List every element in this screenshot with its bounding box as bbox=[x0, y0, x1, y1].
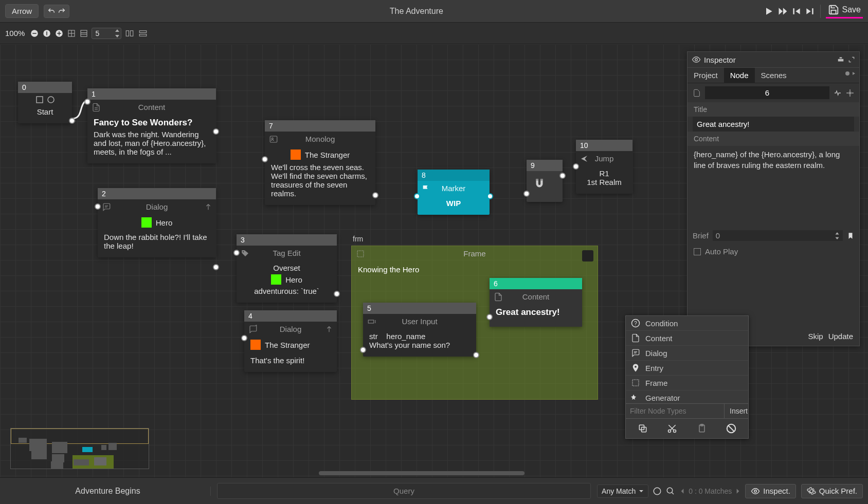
gear-icon bbox=[807, 487, 816, 496]
insert-node-menu[interactable]: ?Condition Content Dialog Entry Frame Ge… bbox=[625, 315, 749, 439]
menu-item-content[interactable]: Content bbox=[626, 331, 748, 346]
node-5-userinput[interactable]: 5 User Input str hero_name What's your n… bbox=[363, 303, 476, 357]
paste-action[interactable] bbox=[694, 422, 710, 435]
document-icon bbox=[693, 89, 701, 97]
minimap[interactable] bbox=[10, 428, 149, 469]
node-10-jump[interactable]: 10 Jump R1 1st Realm bbox=[576, 140, 632, 194]
square-icon bbox=[36, 96, 43, 103]
inspector-panel[interactable]: Inspector Project Node Scenes Title Grea… bbox=[687, 51, 860, 346]
tab-pager[interactable] bbox=[842, 68, 859, 83]
node-0-entry[interactable]: 0 Start bbox=[18, 82, 72, 123]
svg-point-42 bbox=[849, 92, 851, 94]
frame-icon bbox=[356, 249, 365, 258]
tab-node[interactable]: Node bbox=[724, 68, 755, 83]
svg-point-38 bbox=[695, 59, 698, 61]
eye-icon bbox=[692, 55, 701, 64]
brief-spinner[interactable]: 0 bbox=[713, 230, 843, 241]
zoom-in-icon[interactable] bbox=[55, 29, 64, 38]
insert-button[interactable]: Insert bbox=[724, 404, 753, 418]
save-icon bbox=[828, 4, 839, 15]
node-9-magnet[interactable]: 9 bbox=[527, 160, 563, 202]
copy-action[interactable] bbox=[635, 422, 650, 435]
regex-icon[interactable] bbox=[653, 487, 662, 496]
svg-point-41 bbox=[845, 71, 849, 76]
node-7-monolog[interactable]: 7 Monolog The Stranger We'll cross the s… bbox=[265, 120, 375, 205]
autoplay-checkbox[interactable]: Auto Play bbox=[688, 243, 859, 260]
content-field[interactable]: {hero_name} of the {Hero.ancestry}, a lo… bbox=[688, 146, 859, 228]
zoom-reset-icon[interactable] bbox=[42, 29, 51, 38]
circle-icon bbox=[47, 96, 55, 103]
menu-item-condition[interactable]: ?Condition bbox=[626, 316, 748, 331]
fast-forward-icon[interactable] bbox=[777, 6, 788, 16]
step-back-icon[interactable] bbox=[791, 6, 802, 16]
filter-input[interactable] bbox=[626, 404, 724, 418]
expand-icon[interactable] bbox=[848, 56, 855, 63]
target-icon[interactable] bbox=[846, 89, 854, 97]
svg-rect-48 bbox=[632, 380, 639, 386]
undo-icon[interactable] bbox=[47, 7, 56, 15]
match-mode-select[interactable]: Any Match bbox=[597, 484, 648, 498]
layout-icon-2[interactable] bbox=[138, 29, 148, 38]
svg-rect-37 bbox=[540, 179, 542, 180]
redo-icon[interactable] bbox=[58, 7, 66, 15]
canvas-scrollbar[interactable] bbox=[319, 471, 525, 475]
svg-rect-16 bbox=[131, 30, 133, 36]
query-input[interactable]: Query bbox=[217, 483, 591, 499]
step-forward-icon[interactable] bbox=[805, 6, 815, 16]
chevron-left-icon[interactable] bbox=[679, 488, 685, 494]
svg-text:?: ? bbox=[634, 320, 637, 326]
search-icon[interactable] bbox=[666, 487, 675, 496]
add-icon[interactable] bbox=[326, 326, 333, 333]
play-icon[interactable] bbox=[764, 6, 774, 16]
svg-point-30 bbox=[243, 251, 244, 252]
svg-point-24 bbox=[272, 138, 273, 139]
tool-arrow-button[interactable]: Arrow bbox=[5, 4, 39, 18]
title-field[interactable]: Great ancestry! bbox=[693, 117, 854, 132]
menu-item-generator[interactable]: Generator bbox=[626, 390, 748, 403]
svg-point-20 bbox=[48, 97, 54, 103]
svg-rect-5 bbox=[47, 31, 48, 35]
menu-item-entry[interactable]: Entry bbox=[626, 361, 748, 376]
layout-icon-1[interactable] bbox=[124, 29, 135, 38]
node-id: 0 bbox=[18, 82, 72, 93]
node-8-marker[interactable]: 8 Marker WIP bbox=[418, 170, 490, 215]
collapse-icon[interactable] bbox=[582, 250, 593, 262]
pulse-icon[interactable] bbox=[834, 89, 842, 97]
svg-rect-15 bbox=[126, 30, 129, 36]
input-icon bbox=[367, 317, 376, 326]
quickpref-button[interactable]: Quick Pref. bbox=[801, 484, 863, 498]
bookmark-icon[interactable] bbox=[847, 232, 854, 240]
save-button[interactable]: Save bbox=[826, 4, 863, 18]
scene-label[interactable]: Adventure Begins bbox=[5, 487, 211, 496]
snap-grid-icon[interactable] bbox=[67, 29, 76, 38]
tab-project[interactable]: Project bbox=[688, 68, 724, 83]
history-buttons[interactable] bbox=[44, 5, 69, 18]
cut-action[interactable] bbox=[664, 422, 680, 435]
chevron-right-icon[interactable] bbox=[735, 488, 741, 494]
zoom-out-icon[interactable] bbox=[30, 29, 39, 38]
node-2-dialog[interactable]: 2 Dialog Hero Down the rabbit hole?! I'l… bbox=[98, 188, 216, 257]
document-icon bbox=[494, 292, 503, 302]
update-button[interactable]: Update bbox=[828, 332, 853, 341]
node-1-content[interactable]: 1 Content Fancy to See Wonders? Dark was… bbox=[87, 88, 216, 163]
dock-icon[interactable] bbox=[837, 56, 845, 63]
node-3-tagedit[interactable]: 3 Tag Edit Overset Hero adventurous: `tr… bbox=[237, 234, 337, 303]
node-6-content[interactable]: 6 Content Great ancestry! bbox=[490, 278, 582, 327]
menu-item-frame[interactable]: Frame bbox=[626, 376, 748, 390]
node-id-field[interactable] bbox=[705, 86, 829, 99]
add-icon[interactable] bbox=[205, 203, 212, 211]
snap-divisions-icon[interactable] bbox=[79, 29, 88, 38]
tab-scenes[interactable]: Scenes bbox=[755, 68, 793, 83]
person-card-icon bbox=[269, 135, 278, 144]
grid-step-spinner[interactable] bbox=[92, 28, 121, 39]
svg-rect-17 bbox=[140, 30, 147, 32]
svg-rect-35 bbox=[368, 320, 374, 323]
node-4-dialog[interactable]: 4 Dialog The Stranger That's the spirit! bbox=[244, 310, 337, 372]
delete-action[interactable] bbox=[724, 422, 739, 435]
menu-item-dialog[interactable]: Dialog bbox=[626, 346, 748, 361]
svg-rect-36 bbox=[536, 179, 538, 180]
inspect-button[interactable]: Inspect. bbox=[745, 484, 796, 498]
skip-button[interactable]: Skip bbox=[808, 332, 823, 341]
svg-point-47 bbox=[635, 366, 637, 368]
svg-rect-40 bbox=[840, 57, 842, 58]
